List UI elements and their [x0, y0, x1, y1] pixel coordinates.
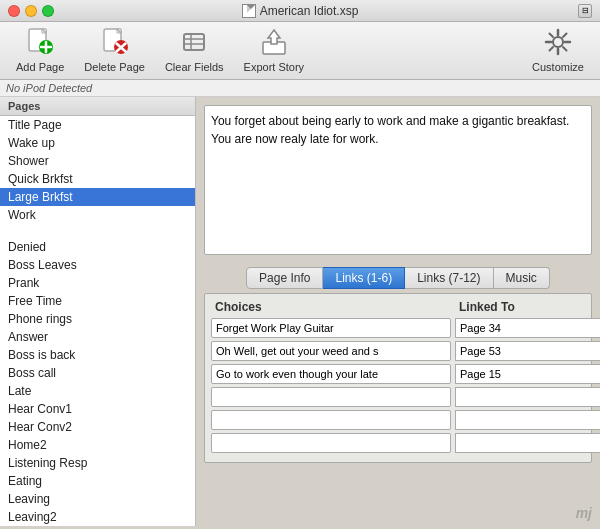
links-row	[211, 410, 585, 430]
sidebar-item[interactable]: Leaving2	[0, 508, 195, 526]
resize-button[interactable]: ⊟	[578, 4, 592, 18]
links-linked-input[interactable]	[455, 410, 600, 430]
sidebar-header: Pages	[0, 97, 195, 116]
links-row	[211, 433, 585, 453]
sidebar-item[interactable]: Boss Leaves	[0, 256, 195, 274]
customize-button[interactable]: Customize	[524, 24, 592, 77]
links-linked-input[interactable]	[455, 364, 600, 384]
clear-fields-label: Clear Fields	[165, 61, 224, 73]
svg-line-23	[550, 34, 554, 38]
maximize-button[interactable]	[42, 5, 54, 17]
export-story-icon	[260, 28, 288, 59]
links-linked-row	[455, 364, 585, 384]
links-row	[211, 364, 585, 384]
customize-icon	[544, 28, 572, 59]
sidebar-item[interactable]: Denied	[0, 238, 195, 256]
sidebar-item[interactable]: Phone rings	[0, 310, 195, 328]
add-page-icon	[26, 28, 54, 59]
minimize-button[interactable]	[25, 5, 37, 17]
links-rows	[211, 318, 585, 453]
links-linked-input[interactable]	[455, 433, 600, 453]
story-text[interactable]	[204, 105, 592, 255]
sidebar-item[interactable]: Answer	[0, 328, 195, 346]
links-header: Choices Linked To	[211, 300, 585, 314]
links-linkedto-header: Linked To	[455, 300, 585, 314]
clear-fields-button[interactable]: Clear Fields	[157, 24, 232, 77]
links-linked-row	[455, 433, 585, 453]
delete-page-label: Delete Page	[84, 61, 145, 73]
svg-line-26	[550, 47, 554, 51]
links-row	[211, 341, 585, 361]
tab-links(1-6)[interactable]: Links (1-6)	[323, 267, 405, 289]
export-story-button[interactable]: Export Story	[236, 24, 313, 77]
links-choice-input[interactable]	[211, 318, 451, 338]
links-linked-input[interactable]	[455, 387, 600, 407]
tab-bar: Page InfoLinks (1-6)Links (7-12)Music	[196, 263, 600, 293]
svg-line-24	[563, 47, 567, 51]
sidebar-item[interactable]: Boss is back	[0, 346, 195, 364]
links-row	[211, 318, 585, 338]
links-linked-row	[455, 318, 585, 338]
window-title: American Idiot.xsp	[242, 4, 359, 18]
links-choice-input[interactable]	[211, 433, 451, 453]
sidebar-item[interactable]: Boss call	[0, 364, 195, 382]
sidebar-item[interactable]: Hear Conv1	[0, 400, 195, 418]
sidebar-list[interactable]: Title PageWake upShowerQuick BrkfstLarge…	[0, 116, 195, 526]
sidebar-item[interactable]: Work	[0, 206, 195, 224]
sidebar-item[interactable]: Hear Conv2	[0, 418, 195, 436]
sidebar-item[interactable]: Eating	[0, 472, 195, 490]
delete-page-icon	[101, 28, 129, 59]
links-choice-input[interactable]	[211, 341, 451, 361]
sidebar: Pages Title PageWake upShowerQuick Brkfs…	[0, 97, 196, 526]
document-icon	[242, 4, 256, 18]
tab-pageinfo[interactable]: Page Info	[246, 267, 323, 289]
links-linked-row	[455, 341, 585, 361]
links-choices-header: Choices	[211, 300, 455, 314]
delete-page-button[interactable]: Delete Page	[76, 24, 153, 77]
links-linked-input[interactable]	[455, 318, 600, 338]
links-row	[211, 387, 585, 407]
export-story-label: Export Story	[244, 61, 305, 73]
links-choice-input[interactable]	[211, 364, 451, 384]
content-area: Page InfoLinks (1-6)Links (7-12)Music Ch…	[196, 97, 600, 526]
sidebar-item[interactable]: Free Time	[0, 292, 195, 310]
links-linked-input[interactable]	[455, 341, 600, 361]
sidebar-item[interactable]: Large Brkfst	[0, 188, 195, 206]
tab-music[interactable]: Music	[494, 267, 550, 289]
links-linked-row	[455, 410, 585, 430]
sidebar-item[interactable]	[0, 224, 195, 238]
clear-fields-icon	[180, 28, 208, 59]
sidebar-item[interactable]: Wake up	[0, 134, 195, 152]
add-page-button[interactable]: Add Page	[8, 24, 72, 77]
sidebar-item[interactable]: Shower	[0, 152, 195, 170]
links-choice-input[interactable]	[211, 410, 451, 430]
svg-line-25	[563, 34, 567, 38]
links-linked-row	[455, 387, 585, 407]
sidebar-item[interactable]: Quick Brkfst	[0, 170, 195, 188]
title-bar: American Idiot.xsp ⊟	[0, 0, 600, 22]
svg-rect-12	[184, 34, 204, 50]
sidebar-item[interactable]: Leaving	[0, 490, 195, 508]
tab-links(7-12)[interactable]: Links (7-12)	[405, 267, 493, 289]
traffic-lights	[8, 5, 54, 17]
watermark: mj	[576, 505, 592, 521]
main-layout: Pages Title PageWake upShowerQuick Brkfs…	[0, 97, 600, 526]
sidebar-item[interactable]: Listening Resp	[0, 454, 195, 472]
close-button[interactable]	[8, 5, 20, 17]
sidebar-item[interactable]: Prank	[0, 274, 195, 292]
add-page-label: Add Page	[16, 61, 64, 73]
links-area: Choices Linked To	[204, 293, 592, 463]
toolbar: Add Page Delete Page Clear Fields	[0, 22, 600, 80]
customize-label: Customize	[532, 61, 584, 73]
svg-point-18	[553, 37, 563, 47]
ipod-status: No iPod Detected	[0, 80, 600, 97]
sidebar-item[interactable]: Title Page	[0, 116, 195, 134]
sidebar-item[interactable]: Late	[0, 382, 195, 400]
sidebar-item[interactable]: Home2	[0, 436, 195, 454]
links-choice-input[interactable]	[211, 387, 451, 407]
